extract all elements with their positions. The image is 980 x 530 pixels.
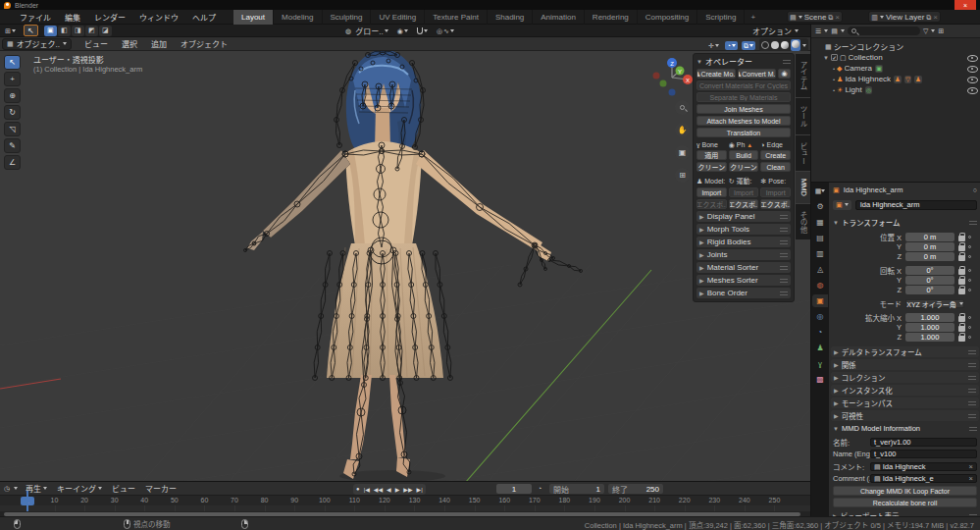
- properties-section-関係[interactable]: ▶関係: [831, 359, 979, 370]
- snap-toggle[interactable]: [415, 26, 430, 36]
- pivot-dropdown[interactable]: ◉: [395, 26, 410, 36]
- play-reverse-button[interactable]: ◀: [387, 486, 391, 493]
- active-tool-select-box[interactable]: ↖: [24, 25, 38, 36]
- outliner-row-Light[interactable]: •☀Light◎: [811, 84, 980, 95]
- panel-section-Material Sorter[interactable]: ▶Material Sorter: [696, 262, 791, 273]
- sidebar-tab-その他[interactable]: その他: [796, 204, 810, 240]
- jump-end-button[interactable]: ▶|: [417, 486, 423, 493]
- outliner-row-Camera[interactable]: •◆Camera▣: [811, 63, 980, 74]
- viewport-menu-オブジェクト[interactable]: オブジェクト: [174, 38, 234, 49]
- value-field[interactable]: 1.000: [905, 333, 954, 342]
- button-クリーン[interactable]: クリーン: [729, 162, 759, 172]
- panel-section-Display Panel[interactable]: ▶Display Panel: [696, 211, 791, 222]
- mmd-input[interactable]: t_ver)v1.00: [870, 438, 977, 447]
- new-collection-button[interactable]: ⊞: [938, 27, 944, 34]
- properties-section-コレクション[interactable]: ▶コレクション: [831, 372, 979, 383]
- options-dropdown[interactable]: オプション: [752, 26, 799, 36]
- sidebar-tab-MMD[interactable]: MMD: [796, 172, 810, 203]
- xray-toggle[interactable]: ⧉: [742, 41, 755, 50]
- button-Attach Meshes to Model[interactable]: Attach Meshes to Model: [696, 116, 791, 126]
- viewport-menu-選択[interactable]: 選択: [115, 38, 144, 49]
- properties-tab-armature[interactable]: ♟: [812, 342, 828, 354]
- button-Change MMD IK Loop Factor[interactable]: Change MMD IK Loop Factor: [833, 486, 977, 496]
- panel-section-Joints[interactable]: ▶Joints: [696, 249, 791, 260]
- properties-tab-output[interactable]: ▤: [812, 232, 828, 244]
- properties-editor-type-button[interactable]: ▦: [812, 185, 828, 197]
- button-Create Mo..[interactable]: ♟Create Mo..: [696, 69, 736, 79]
- properties-tab-view-layer[interactable]: ▥: [812, 247, 828, 260]
- properties-tab-scene[interactable]: ◬: [812, 263, 828, 276]
- panel-section-Morph Tools[interactable]: ▶Morph Tools: [696, 224, 791, 235]
- outliner-search-input[interactable]: [848, 26, 920, 35]
- button-separate-icon[interactable]: ◉: [778, 69, 791, 79]
- object-name-input[interactable]: Ida Highneck_arm: [855, 200, 977, 210]
- overlays-toggle[interactable]: ◔: [725, 41, 738, 50]
- value-field[interactable]: 1.000: [905, 323, 954, 332]
- timeline-menu-ビュー[interactable]: ビュー: [108, 483, 139, 494]
- value-field[interactable]: 0 m: [905, 252, 954, 261]
- orientation-dropdown[interactable]: ◍ グロー..: [343, 26, 390, 36]
- workspace-tab-UV Editing[interactable]: UV Editing: [371, 10, 425, 25]
- outliner-filter-mode-button[interactable]: ▤: [831, 27, 838, 34]
- expand-icon[interactable]: •: [833, 77, 835, 82]
- menu-ウィンドウ[interactable]: ウィンドウ: [133, 10, 184, 25]
- proportional-edit-toggle[interactable]: ◎∿: [435, 26, 456, 36]
- id-type-button[interactable]: ▣: [833, 200, 851, 210]
- select-mode-subtract-icon[interactable]: ◨: [72, 26, 84, 36]
- workspace-tab-Rendering[interactable]: Rendering: [585, 10, 638, 25]
- next-keyframe-button[interactable]: ▶▶: [403, 486, 412, 493]
- timeline-editor-type-button[interactable]: ◷: [4, 485, 10, 492]
- outliner-row-Collection[interactable]: ▼✓▢Collection: [811, 52, 980, 63]
- view-layer-selector[interactable]: ▥ View Layer ⧉ ×: [868, 11, 941, 23]
- animate-dot-icon[interactable]: [968, 289, 971, 292]
- preview-range-icon[interactable]: ◔: [538, 485, 542, 492]
- export-button[interactable]: エクスポ..: [760, 199, 791, 209]
- add-workspace-button[interactable]: +: [745, 11, 761, 24]
- viewport-menu-ビュー[interactable]: ビュー: [77, 38, 115, 49]
- animate-dot-icon[interactable]: [968, 279, 971, 282]
- shading-wireframe-icon[interactable]: [761, 41, 769, 49]
- copy-icon[interactable]: ⧉: [926, 14, 931, 21]
- menu-レンダー[interactable]: レンダー: [88, 10, 131, 25]
- current-frame-field[interactable]: 1: [496, 484, 532, 494]
- lock-icon[interactable]: [958, 255, 965, 261]
- properties-tab-world[interactable]: ◍: [812, 279, 828, 292]
- tool-scale-icon[interactable]: ◹: [4, 122, 21, 136]
- filter-icon[interactable]: ▽: [923, 27, 928, 34]
- properties-tab-object-data[interactable]: ◔: [812, 326, 828, 339]
- tool-move-icon[interactable]: ⊕: [4, 88, 21, 103]
- workspace-tab-Layout[interactable]: Layout: [233, 10, 274, 25]
- properties-section-インスタンス化[interactable]: ▶インスタンス化: [831, 385, 979, 396]
- lock-icon[interactable]: [958, 269, 965, 275]
- value-field[interactable]: 1.000: [905, 313, 954, 322]
- expand-icon[interactable]: •: [833, 87, 835, 93]
- prev-keyframe-button[interactable]: ◀◀: [374, 486, 383, 493]
- workspace-tab-Scripting[interactable]: Scripting: [697, 10, 745, 25]
- copy-icon[interactable]: ⧉: [828, 14, 833, 21]
- outliner-row-scene-collection[interactable]: ▦シーンコレクション: [811, 41, 980, 52]
- animate-dot-icon[interactable]: [968, 269, 971, 272]
- animate-dot-icon[interactable]: [968, 236, 971, 238]
- expand-icon[interactable]: •: [833, 66, 835, 72]
- shading-solid-icon[interactable]: [771, 41, 779, 49]
- clear-icon[interactable]: ×: [969, 474, 973, 483]
- animate-dot-icon[interactable]: [968, 245, 971, 248]
- properties-section-デルタトランスフォーム[interactable]: ▶デルタトランスフォーム: [831, 346, 979, 357]
- frame-end-field[interactable]: 終了250: [608, 484, 663, 494]
- shading-material-icon[interactable]: [781, 41, 789, 49]
- button-クリーン[interactable]: クリーン: [696, 162, 727, 172]
- timeline-menu-キーイング[interactable]: キーイング: [53, 483, 106, 494]
- properties-section-可視性[interactable]: ▶可視性: [831, 410, 979, 421]
- navigation-gizmo[interactable]: Z X Y: [649, 55, 695, 100]
- properties-tab-tool[interactable]: ⚙: [812, 200, 828, 213]
- tool-rotate-icon[interactable]: ↻: [4, 105, 21, 120]
- select-mode-extend-icon[interactable]: ◧: [58, 26, 71, 36]
- clear-icon[interactable]: ×: [969, 462, 973, 471]
- animate-dot-icon[interactable]: [968, 255, 971, 258]
- tool-cursor-icon[interactable]: +: [4, 72, 21, 86]
- value-field[interactable]: 0 m: [905, 242, 954, 251]
- camera-view-button[interactable]: ▣: [675, 145, 690, 160]
- value-field[interactable]: 0 m: [905, 233, 954, 241]
- mmd-panel-title[interactable]: MMD Model Information: [842, 424, 920, 433]
- lock-icon[interactable]: [958, 316, 965, 322]
